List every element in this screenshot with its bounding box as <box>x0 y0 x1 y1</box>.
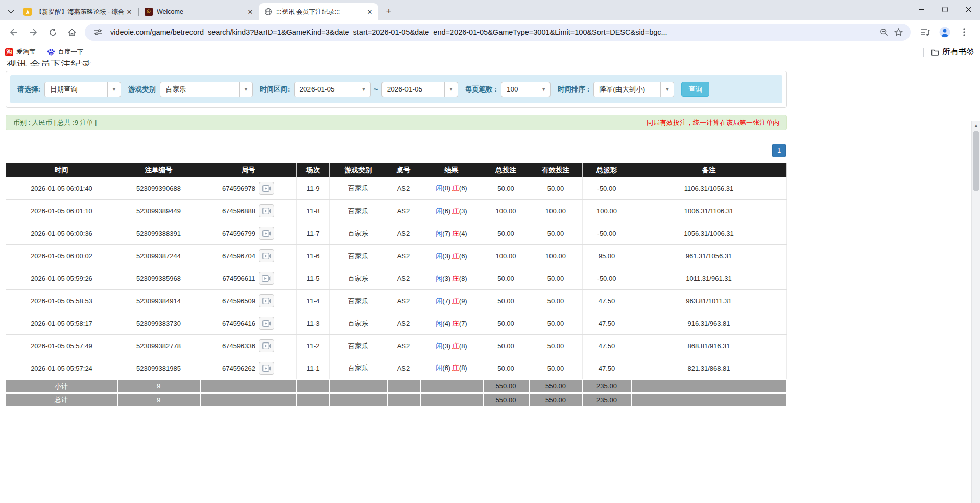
cell-round: 674596704 <box>200 245 297 267</box>
cell-total-bet[interactable]: 50.00 <box>483 267 529 290</box>
tab-title: 【新提醒】海燕策略论坛 - 综合 <box>36 8 125 16</box>
tab-search-chevron-icon[interactable] <box>3 3 18 20</box>
tab-forum[interactable]: 【新提醒】海燕策略论坛 - 综合 ✕ <box>18 3 138 20</box>
table-row: 2026-01-05 06:00:36523099388391674596799… <box>6 222 787 245</box>
close-window-button[interactable] <box>957 0 980 18</box>
cell-table-code: AS2 <box>387 177 420 200</box>
bookmark-label: 百度一下 <box>58 48 84 56</box>
total-valid-bet: 550.00 <box>529 393 583 406</box>
cell-time: 2026-01-05 05:58:17 <box>6 312 117 335</box>
date-start-select[interactable]: 2026-01-05 ▼ <box>294 82 371 97</box>
globe-icon <box>264 8 272 16</box>
cell-result: 闲(6) 庄(8) <box>420 357 483 380</box>
cell-result: 闲(3) 庄(8) <box>420 335 483 357</box>
cell-total-bet[interactable]: 50.00 <box>483 357 529 380</box>
table-row: 2026-01-05 05:59:26523099385968674596611… <box>6 267 787 290</box>
cell-total-bet[interactable]: 100.00 <box>483 200 529 222</box>
per-page-select[interactable]: 100 ▼ <box>501 82 551 97</box>
query-type-select[interactable]: 日期查询 ▼ <box>44 82 121 97</box>
new-tab-button[interactable]: + <box>381 4 396 18</box>
tab-bet-records[interactable]: :::视讯 会员下注纪录::: ✕ <box>259 3 378 20</box>
filter-panel: 请选择: 日期查询 ▼ 游戏类别 百家乐 ▼ 时间区间: 2026-01-05 … <box>6 71 787 108</box>
close-tab-icon[interactable]: ✕ <box>365 7 374 16</box>
menu-kebab-icon[interactable] <box>955 24 973 41</box>
pagination: 1 <box>772 144 786 157</box>
total-total-bet: 550.00 <box>483 393 529 406</box>
reload-icon[interactable] <box>44 24 61 41</box>
scroll-up-icon[interactable]: ▲ <box>972 121 980 130</box>
cell-table-code: AS2 <box>387 335 420 357</box>
table-row: 2026-01-05 05:58:17523099383730674596416… <box>6 312 787 335</box>
home-icon[interactable] <box>63 24 81 41</box>
minimize-button[interactable] <box>910 0 933 18</box>
video-replay-button[interactable] <box>259 317 274 330</box>
cell-round: 674596978 <box>200 177 297 200</box>
media-controls-icon[interactable] <box>917 24 934 41</box>
cell-round: 674596509 <box>200 290 297 312</box>
scrollbar-thumb[interactable] <box>973 131 979 191</box>
video-replay-button[interactable] <box>259 294 274 307</box>
url-bar[interactable]: videoie.com/game/betrecord_search/kind3?… <box>85 24 911 41</box>
subtotal-count: 9 <box>117 380 200 393</box>
currency-summary: 币别 : 人民币 | 总共 :9 注单 | <box>13 118 97 127</box>
column-header: 场次 <box>297 163 330 177</box>
video-replay-button[interactable] <box>259 227 274 240</box>
bookmark-taobao[interactable]: 淘 爱淘宝 <box>5 48 36 56</box>
page-content: 视讯 会员下注纪录 请选择: 日期查询 ▼ 游戏类别 百家乐 ▼ 时间区间: 2… <box>0 60 980 503</box>
maximize-button[interactable] <box>933 0 957 18</box>
video-replay-button[interactable] <box>259 182 274 195</box>
cell-total-bet[interactable]: 50.00 <box>483 222 529 245</box>
tab-separator <box>138 8 139 16</box>
cell-total-bet[interactable]: 50.00 <box>483 290 529 312</box>
video-replay-button[interactable] <box>259 204 274 217</box>
table-row: 2026-01-05 06:00:02523099387244674596704… <box>6 245 787 267</box>
forward-icon[interactable] <box>25 24 42 41</box>
back-icon[interactable] <box>5 24 22 41</box>
cell-table-code: AS2 <box>387 290 420 312</box>
cell-table-code: AS2 <box>387 267 420 290</box>
cell-payout: -50.00 <box>583 222 631 245</box>
result-banker: 庄 <box>452 342 459 350</box>
round-number: 674596888 <box>222 207 255 215</box>
video-replay-button[interactable] <box>259 272 274 285</box>
bookmark-star-icon[interactable] <box>891 25 905 39</box>
cell-total-bet[interactable]: 50.00 <box>483 177 529 200</box>
url-text[interactable]: videoie.com/game/betrecord_search/kind3?… <box>110 28 877 36</box>
window-controls <box>910 0 980 20</box>
tab-title: Welcome <box>157 8 246 15</box>
cell-note: 961.31/1056.31 <box>631 245 787 267</box>
casino-maroon-icon <box>145 8 153 16</box>
vertical-scrollbar[interactable]: ▲ ▼ <box>971 121 980 503</box>
video-replay-button[interactable] <box>259 249 274 262</box>
video-replay-button[interactable] <box>259 339 274 352</box>
date-end-select[interactable]: 2026-01-05 ▼ <box>381 82 458 97</box>
game-type-select[interactable]: 百家乐 ▼ <box>160 82 253 97</box>
all-bookmarks[interactable]: 所有书签 <box>923 47 975 57</box>
table-row: 2026-01-05 05:57:49523099382778674596336… <box>6 335 787 357</box>
close-tab-icon[interactable]: ✕ <box>125 7 134 16</box>
site-settings-tune-icon[interactable] <box>91 25 105 39</box>
game-type-label: 游戏类别 <box>128 85 156 94</box>
sort-select[interactable]: 降幂(由大到小) ▼ <box>593 82 674 97</box>
cell-session: 11-2 <box>297 335 330 357</box>
bookmark-baidu[interactable]: du 百度一下 <box>47 48 84 56</box>
cell-total-bet[interactable]: 50.00 <box>483 335 529 357</box>
column-header: 桌号 <box>387 163 420 177</box>
profile-avatar[interactable] <box>936 24 953 41</box>
cell-valid-bet: 50.00 <box>529 222 583 245</box>
tab-welcome[interactable]: Welcome ✕ <box>139 3 259 20</box>
result-player: 闲 <box>436 364 442 372</box>
search-button[interactable]: 查询 <box>681 82 709 97</box>
cell-valid-bet: 50.00 <box>529 335 583 357</box>
cell-total-bet[interactable]: 100.00 <box>483 245 529 267</box>
zoom-icon[interactable] <box>877 25 891 39</box>
notice-text: 同局有效投注，统一计算在该局第一张注单内 <box>647 118 779 127</box>
result-player: 闲 <box>436 184 442 192</box>
video-replay-button[interactable] <box>259 362 274 375</box>
cell-table-code: AS2 <box>387 222 420 245</box>
per-page-label: 每页笔数 : <box>465 85 497 94</box>
cell-bet-id: 523099388391 <box>117 222 200 245</box>
close-tab-icon[interactable]: ✕ <box>246 7 255 16</box>
page-number-button[interactable]: 1 <box>772 144 786 157</box>
cell-total-bet[interactable]: 50.00 <box>483 312 529 335</box>
